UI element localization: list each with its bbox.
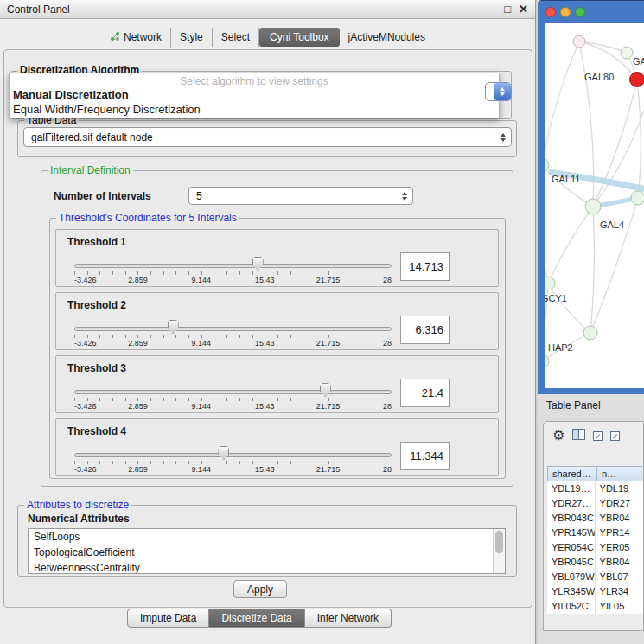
table-cell: YLR345W <box>547 584 596 599</box>
table-row[interactable]: YBL079WYBL07 <box>547 570 644 584</box>
table-row[interactable]: YPR145WYPR14 <box>547 526 644 540</box>
settings-gear-icon[interactable]: ⚙ <box>552 429 564 443</box>
table-panel-toolbar: ⚙ ✓ ✓ <box>552 429 620 443</box>
slider-thumb[interactable] <box>168 320 179 334</box>
threshold-panel: Threshold 3 -3.4262.8599.14415.4321.7152… <box>55 355 499 413</box>
table-cell: YBL079W <box>547 570 596 584</box>
network-node-selected-red[interactable] <box>630 73 644 87</box>
network-node[interactable] <box>585 199 601 214</box>
threshold-panel: Threshold 4 -3.4262.8599.14415.4321.7152… <box>55 418 499 476</box>
list-item[interactable]: SelfLoops <box>29 529 505 545</box>
node-label: HAP2 <box>548 342 573 353</box>
network-node[interactable] <box>545 158 549 172</box>
window-title: Control Panel <box>7 3 70 16</box>
network-node[interactable] <box>583 326 597 340</box>
algorithm-option-equal-width-frequency[interactable]: Equal Width/Frequency Discretization <box>10 102 499 117</box>
combobox-arrows-icon <box>494 83 511 100</box>
table-cell: YER05 <box>596 540 644 555</box>
threshold-value-field[interactable]: 14.713 <box>400 252 450 281</box>
network-canvas[interactable]: GAL80 GA GAL11 GAL4 GCY1 HAP2 <box>545 23 644 388</box>
table-body: YDL19…YDL19YDR27…YDR27YBR043CYBR04YPR145… <box>547 481 644 614</box>
table-row[interactable]: YDR27…YDR27 <box>547 496 644 511</box>
table-row[interactable]: YIL052CYIL05 <box>547 599 644 614</box>
tab-label: Cyni Toolbox <box>270 31 328 43</box>
table-header-row: shared… n… <box>547 466 644 481</box>
table-row[interactable]: YLR345WYLR34 <box>547 584 644 599</box>
control-panel-window: Control Panel □ ✕ Network Style Select C… <box>0 0 536 644</box>
scrollbar-thumb[interactable] <box>495 531 503 553</box>
table-cell: YDR27… <box>547 496 596 511</box>
checkbox-icon[interactable]: ✓ <box>593 431 603 441</box>
threshold-panel: Threshold 2 -3.4262.8599.14415.4321.7152… <box>55 292 499 350</box>
apply-button[interactable]: Apply <box>233 580 287 598</box>
slider-thumb[interactable] <box>218 446 229 460</box>
tab-style[interactable]: Style <box>171 28 213 47</box>
right-panel: GAL80 GA GAL11 GAL4 GCY1 HAP2 Table Pane… <box>538 0 644 644</box>
close-traffic-icon[interactable] <box>545 7 556 17</box>
threshold-slider: -3.4262.8599.14415.4321.71528 <box>74 419 392 475</box>
algorithm-dropdown-header: Select algorithm to view settings <box>10 75 499 87</box>
node-label: GAL11 <box>552 174 580 184</box>
tab-network[interactable]: Network <box>101 28 171 48</box>
slider-scale-labels: -3.4262.8599.14415.4321.71528 <box>74 339 392 348</box>
column-header[interactable]: n… <box>597 466 644 481</box>
close-window-icon[interactable]: ✕ <box>519 3 528 16</box>
column-header[interactable]: shared… <box>547 466 597 481</box>
table-cell: YLR34 <box>596 584 644 599</box>
zoom-traffic-icon[interactable] <box>575 7 585 17</box>
slider-track[interactable] <box>74 264 392 268</box>
tab-label: Select <box>221 31 250 43</box>
float-window-icon[interactable]: □ <box>504 3 511 16</box>
tab-discretize-data[interactable]: Discretize Data <box>209 609 304 628</box>
slider-track[interactable] <box>74 327 392 331</box>
table-cell: YPR14 <box>596 526 644 540</box>
table-cell: YIL05 <box>596 599 644 614</box>
table-row[interactable]: YBR045CYBR04 <box>547 555 644 570</box>
slider-thumb[interactable] <box>320 383 331 397</box>
threshold-slider: -3.4262.8599.14415.4321.71528 <box>74 293 392 349</box>
list-item[interactable]: TopologicalCoefficient <box>29 545 505 560</box>
slider-scale-labels: -3.4262.8599.14415.4321.71528 <box>74 402 392 411</box>
table-data-combobox[interactable]: galFiltered.sif default node <box>23 127 512 147</box>
network-node[interactable] <box>573 35 585 48</box>
control-panel-tabs: Network Style Select Cyni Toolbox jActiv… <box>0 27 535 48</box>
table-cell: YDL19… <box>547 481 596 496</box>
thresholds-group-label: Threshold's Coordinates for 5 Intervals <box>56 212 239 224</box>
table-cell: YPR145W <box>547 526 596 540</box>
slider-track[interactable] <box>74 390 392 394</box>
interval-definition-group-label: Interval Definition <box>48 164 133 176</box>
slider-track[interactable] <box>74 453 392 457</box>
minimize-traffic-icon[interactable] <box>560 7 571 17</box>
number-of-intervals-combobox[interactable]: 5 <box>188 187 413 205</box>
table-row[interactable]: YDL19…YDL19 <box>547 481 644 496</box>
tab-label: Network <box>124 31 162 43</box>
tab-infer-network[interactable]: Infer Network <box>305 609 392 628</box>
network-node[interactable] <box>631 191 644 205</box>
threshold-panel: Threshold 1 -3.4262.8599.14415.4321.7152… <box>55 229 499 287</box>
number-of-intervals-value: 5 <box>196 190 202 202</box>
tab-impute-data[interactable]: Impute Data <box>127 609 209 628</box>
control-panel-titlebar: Control Panel □ ✕ <box>0 0 535 19</box>
node-label: GCY1 <box>545 293 567 303</box>
column-layout-icon[interactable] <box>572 429 585 443</box>
algorithm-dropdown-popup: Select algorithm to view settings Manual… <box>9 73 500 118</box>
tab-jactivemnodules[interactable]: jActiveMNodules <box>340 28 434 47</box>
network-node[interactable] <box>621 47 633 59</box>
numerical-attributes-label: Numerical Attributes <box>28 513 130 525</box>
network-node[interactable] <box>545 277 555 290</box>
table-cell: YER054C <box>547 540 596 555</box>
algorithm-option-manual-discretization[interactable]: Manual Discretization <box>10 87 499 102</box>
tab-cyni-toolbox[interactable]: Cyni Toolbox <box>259 28 339 47</box>
tab-label: jActiveMNodules <box>348 31 425 43</box>
slider-thumb[interactable] <box>252 257 264 271</box>
table-row[interactable]: YBR043CYBR04 <box>547 511 644 526</box>
tab-select[interactable]: Select <box>213 28 259 47</box>
threshold-value-field[interactable]: 11.344 <box>400 442 450 470</box>
checkbox-icon[interactable]: ✓ <box>610 431 620 441</box>
list-scrollbar[interactable] <box>493 529 505 573</box>
threshold-value-field[interactable]: 6.316 <box>400 316 450 344</box>
threshold-value-field[interactable]: 21.4 <box>400 379 450 407</box>
list-item[interactable]: BetweennessCentrality <box>29 560 505 574</box>
algorithm-combobox[interactable] <box>485 82 512 101</box>
table-row[interactable]: YER054CYER05 <box>547 540 644 555</box>
